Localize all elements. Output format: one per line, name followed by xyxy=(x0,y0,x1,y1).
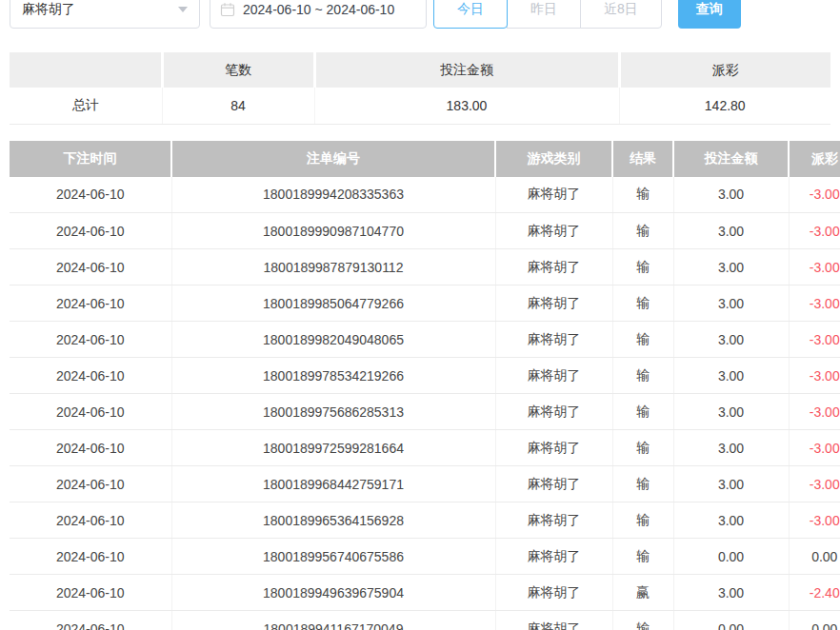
summary-total-row: 总计 84 183.00 142.80 xyxy=(10,88,830,124)
table-row: 2024-06-10 1800189978534219266 麻将胡了 输 3.… xyxy=(10,358,840,394)
cell-game-type: 麻将胡了 xyxy=(495,466,612,502)
cell-payout: 0.00 xyxy=(789,539,840,575)
cell-bet-amount: 3.00 xyxy=(673,430,789,466)
table-row: 2024-06-10 1800189990987104770 麻将胡了 输 3.… xyxy=(10,213,840,249)
cell-result: 输 xyxy=(612,539,673,575)
cell-bet-time: 2024-06-10 xyxy=(10,430,171,466)
cell-result: 输 xyxy=(612,611,673,630)
cell-payout: -3.00 xyxy=(789,177,840,213)
cell-bet-time: 2024-06-10 xyxy=(10,394,171,430)
cell-result: 输 xyxy=(612,249,673,285)
records-header-col-3: 结果 xyxy=(612,141,673,177)
cell-bet-amount: 0.00 xyxy=(673,611,789,630)
quick-button-昨日[interactable]: 昨日 xyxy=(507,0,581,29)
calendar-icon xyxy=(220,2,235,17)
cell-order-no: 1800189941167170049 xyxy=(171,611,495,630)
cell-bet-amount: 3.00 xyxy=(673,249,789,285)
cell-order-no: 1800189987879130112 xyxy=(171,249,495,285)
date-range-input[interactable]: 2024-06-10 ~ 2024-06-10 xyxy=(210,0,427,29)
cell-result: 输 xyxy=(612,322,673,358)
records-table-wrap: 下注时间注单编号游戏类别结果投注金额派彩 2024-06-10 18001899… xyxy=(10,141,840,630)
cell-bet-time: 2024-06-10 xyxy=(10,466,171,502)
cell-result: 输 xyxy=(612,213,673,249)
records-header-col-4: 投注金额 xyxy=(673,141,789,177)
cell-bet-amount: 3.00 xyxy=(673,322,789,358)
cell-bet-time: 2024-06-10 xyxy=(10,611,171,630)
cell-bet-time: 2024-06-10 xyxy=(10,322,171,358)
table-row: 2024-06-10 1800189987879130112 麻将胡了 输 3.… xyxy=(10,249,840,285)
cell-game-type: 麻将胡了 xyxy=(495,539,612,575)
cell-result: 输 xyxy=(612,502,673,539)
summary-header-col-0 xyxy=(10,52,162,88)
records-header-col-5: 派彩 xyxy=(789,141,840,177)
chevron-down-icon xyxy=(178,7,188,12)
cell-order-no: 1800189972599281664 xyxy=(171,430,495,466)
cell-payout: -3.00 xyxy=(789,358,840,394)
cell-order-no: 1800189978534219266 xyxy=(171,358,495,394)
cell-bet-amount: 0.00 xyxy=(673,539,789,575)
cell-result: 输 xyxy=(612,285,673,322)
cell-order-no: 1800189990987104770 xyxy=(171,213,495,249)
game-select-value: 麻将胡了 xyxy=(22,1,75,18)
cell-order-no: 1800189985064779266 xyxy=(171,285,495,322)
records-header-col-1: 注单编号 xyxy=(171,141,495,177)
summary-header-col-3: 派彩 xyxy=(619,52,830,88)
cell-bet-amount: 3.00 xyxy=(673,285,789,322)
cell-order-no: 1800189968442759171 xyxy=(171,466,495,502)
cell-order-no: 1800189965364156928 xyxy=(171,502,495,539)
cell-bet-amount: 3.00 xyxy=(673,575,789,611)
cell-game-type: 麻将胡了 xyxy=(495,502,612,539)
cell-order-no: 1800189982049048065 xyxy=(171,322,495,358)
cell-payout: 0.00 xyxy=(789,611,840,630)
cell-payout: -3.00 xyxy=(789,394,840,430)
cell-game-type: 麻将胡了 xyxy=(495,611,612,630)
cell-game-type: 麻将胡了 xyxy=(495,430,612,466)
records-header-col-2: 游戏类别 xyxy=(495,141,612,177)
table-row: 2024-06-10 1800189994208335363 麻将胡了 输 3.… xyxy=(10,177,840,213)
quick-button-今日[interactable]: 今日 xyxy=(433,0,508,29)
records-header-row: 下注时间注单编号游戏类别结果投注金额派彩 xyxy=(10,141,840,177)
summary-header-col-2: 投注金额 xyxy=(314,52,619,88)
summary-table: 笔数投注金额派彩 总计 84 183.00 142.80 xyxy=(10,52,830,125)
cell-game-type: 麻将胡了 xyxy=(495,358,612,394)
quick-button-近8日[interactable]: 近8日 xyxy=(580,0,662,29)
cell-bet-amount: 3.00 xyxy=(673,213,789,249)
summary-header-row: 笔数投注金额派彩 xyxy=(10,52,830,88)
table-row: 2024-06-10 1800189949639675904 麻将胡了 赢 3.… xyxy=(10,575,840,611)
records-table: 下注时间注单编号游戏类别结果投注金额派彩 2024-06-10 18001899… xyxy=(10,141,840,630)
date-range-value: 2024-06-10 ~ 2024-06-10 xyxy=(243,2,394,17)
cell-bet-time: 2024-06-10 xyxy=(10,177,171,213)
game-select[interactable]: 麻将胡了 xyxy=(10,0,200,29)
cell-bet-amount: 3.00 xyxy=(673,466,789,502)
cell-order-no: 1800189956740675586 xyxy=(171,539,495,575)
cell-payout: -3.00 xyxy=(789,322,840,358)
summary-count: 84 xyxy=(162,88,314,124)
cell-payout: -3.00 xyxy=(789,466,840,502)
table-row: 2024-06-10 1800189982049048065 麻将胡了 输 3.… xyxy=(10,322,840,358)
cell-game-type: 麻将胡了 xyxy=(495,249,612,285)
cell-result: 输 xyxy=(612,394,673,430)
cell-bet-time: 2024-06-10 xyxy=(10,575,171,611)
cell-payout: -3.00 xyxy=(789,285,840,322)
cell-payout: -3.00 xyxy=(789,430,840,466)
cell-result: 输 xyxy=(612,466,673,502)
table-row: 2024-06-10 1800189985064779266 麻将胡了 输 3.… xyxy=(10,285,840,322)
cell-bet-amount: 3.00 xyxy=(673,358,789,394)
cell-result: 输 xyxy=(612,177,673,213)
cell-bet-amount: 3.00 xyxy=(673,177,789,213)
toolbar: 麻将胡了 2024-06-10 ~ 2024-06-10 今日昨日近8日 查询 xyxy=(10,0,840,29)
cell-game-type: 麻将胡了 xyxy=(495,285,612,322)
table-row: 2024-06-10 1800189956740675586 麻将胡了 输 0.… xyxy=(10,539,840,575)
cell-bet-time: 2024-06-10 xyxy=(10,285,171,322)
cell-result: 输 xyxy=(612,430,673,466)
table-row: 2024-06-10 1800189965364156928 麻将胡了 输 3.… xyxy=(10,502,840,539)
cell-game-type: 麻将胡了 xyxy=(495,322,612,358)
table-row: 2024-06-10 1800189941167170049 麻将胡了 输 0.… xyxy=(10,611,840,630)
summary-header-col-1: 笔数 xyxy=(162,52,314,88)
quick-date-button-group: 今日昨日近8日 xyxy=(433,0,662,29)
betting-records-page: 麻将胡了 2024-06-10 ~ 2024-06-10 今日昨日近8日 查询 … xyxy=(0,0,840,630)
summary-total-label: 总计 xyxy=(10,88,162,124)
cell-payout: -2.40 xyxy=(789,575,840,611)
query-button[interactable]: 查询 xyxy=(678,0,741,29)
cell-payout: -3.00 xyxy=(789,502,840,539)
